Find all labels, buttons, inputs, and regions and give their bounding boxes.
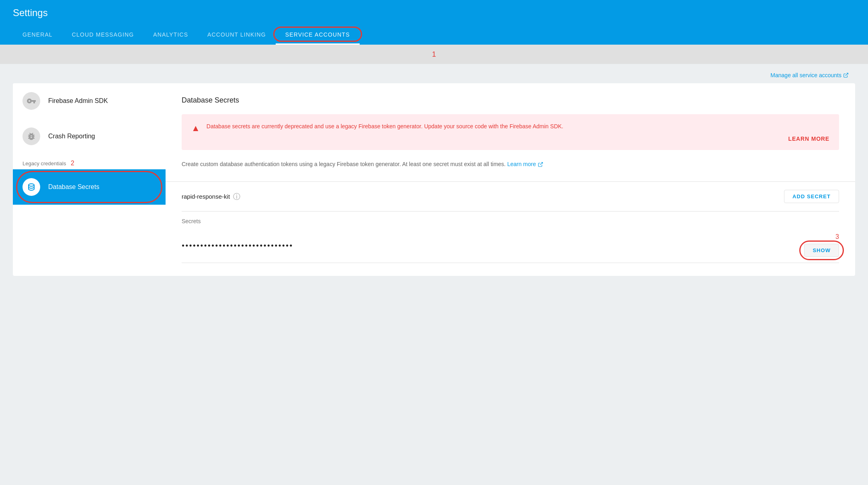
description-text: Create custom database authentication to… xyxy=(182,160,839,169)
help-icon[interactable]: ⓘ xyxy=(233,192,240,201)
database-icon xyxy=(27,182,36,192)
sidebar-item-database-secrets[interactable]: Database Secrets xyxy=(13,169,166,205)
tab-analytics[interactable]: ANALYTICS xyxy=(143,26,198,45)
secret-value-row: ●●●●●●●●●●●●●●●●●●●●●●●●●●●●●● 3 SHOW xyxy=(182,228,839,263)
external-link-icon-description xyxy=(538,162,543,167)
sidebar: Firebase Admin SDK Crash Reporting Legac… xyxy=(13,83,166,276)
tab-account-linking[interactable]: ACCOUNT LINKING xyxy=(198,26,276,45)
app-title: Settings xyxy=(13,7,855,24)
bug-icon xyxy=(27,132,36,141)
bug-icon-wrapper xyxy=(23,127,40,145)
sidebar-item-database-secrets-label: Database Secrets xyxy=(48,183,99,191)
project-name: rapid-response-kit xyxy=(182,193,230,200)
show-button[interactable]: SHOW xyxy=(804,244,839,257)
key-icon xyxy=(27,96,36,106)
key-icon-wrapper xyxy=(23,92,40,110)
content-panel: Database Secrets ▲ Database secrets are … xyxy=(166,83,855,276)
warning-triangle-icon: ▲ xyxy=(191,123,200,134)
svg-line-1 xyxy=(540,162,542,165)
manage-link-bar: Manage all service accounts xyxy=(0,64,868,83)
show-btn-area: 3 SHOW xyxy=(804,233,839,257)
warning-content: Database secrets are currently deprecate… xyxy=(207,122,829,142)
manage-all-service-accounts-link[interactable]: Manage all service accounts xyxy=(770,72,849,78)
svg-line-0 xyxy=(845,73,848,76)
sidebar-item-firebase-admin-sdk-label: Firebase Admin SDK xyxy=(48,97,108,105)
sidebar-item-crash-reporting-label: Crash Reporting xyxy=(48,133,95,140)
warning-box: ▲ Database secrets are currently depreca… xyxy=(182,114,839,150)
sidebar-item-crash-reporting[interactable]: Crash Reporting xyxy=(13,119,166,154)
tab-general[interactable]: GENERAL xyxy=(13,26,62,45)
secrets-header: Secrets xyxy=(182,212,839,228)
app-header: Settings GENERAL CLOUD MESSAGING ANALYTI… xyxy=(0,0,868,45)
secrets-section: Secrets ●●●●●●●●●●●●●●●●●●●●●●●●●●●●●● 3… xyxy=(182,212,839,263)
db-secrets-wrapper: Database Secrets xyxy=(13,169,166,205)
legacy-credentials-section: Legacy credentials 2 xyxy=(13,154,166,169)
main-content: Firebase Admin SDK Crash Reporting Legac… xyxy=(0,83,868,289)
learn-more-description-link[interactable]: Learn more xyxy=(507,161,543,167)
sidebar-item-firebase-admin-sdk[interactable]: Firebase Admin SDK xyxy=(13,83,166,119)
external-link-icon xyxy=(843,72,849,78)
nav-tabs: GENERAL CLOUD MESSAGING ANALYTICS ACCOUN… xyxy=(13,26,855,45)
tab-service-accounts[interactable]: SERVICE ACCOUNTS xyxy=(276,26,360,45)
add-secret-button[interactable]: ADD SECRET xyxy=(784,190,839,203)
step1-label: 1 xyxy=(432,50,436,59)
project-name-row: rapid-response-kit ⓘ xyxy=(182,192,240,201)
show-btn-wrapper: SHOW xyxy=(804,244,839,257)
panel-title: Database Secrets xyxy=(182,96,839,105)
learn-more-link[interactable]: LEARN MORE xyxy=(207,136,829,142)
step3-label: 3 xyxy=(835,233,839,240)
tab-cloud-messaging[interactable]: CLOUD MESSAGING xyxy=(62,26,144,45)
step2-label: 2 xyxy=(71,160,74,166)
secret-dots: ●●●●●●●●●●●●●●●●●●●●●●●●●●●●●● xyxy=(182,242,293,248)
warning-text: Database secrets are currently deprecate… xyxy=(207,123,563,129)
sub-header: 1 xyxy=(0,45,868,64)
database-icon-wrapper xyxy=(23,178,40,196)
secret-row: rapid-response-kit ⓘ ADD SECRET xyxy=(182,182,839,212)
